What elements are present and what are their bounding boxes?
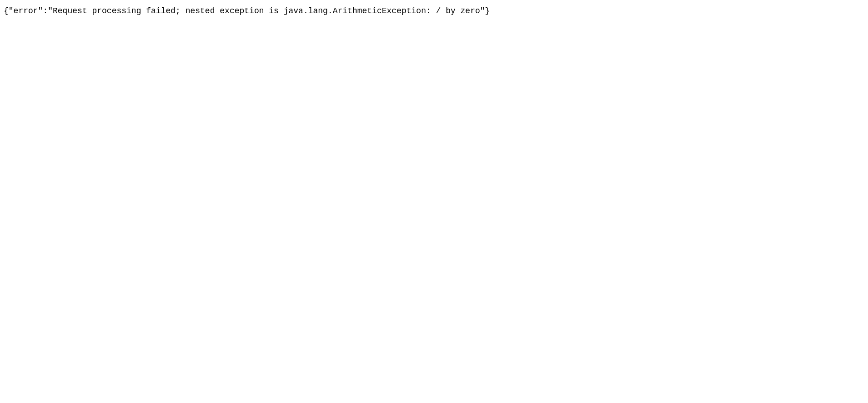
json-error-text: {"error":"Request processing failed; nes…	[0, 0, 868, 22]
